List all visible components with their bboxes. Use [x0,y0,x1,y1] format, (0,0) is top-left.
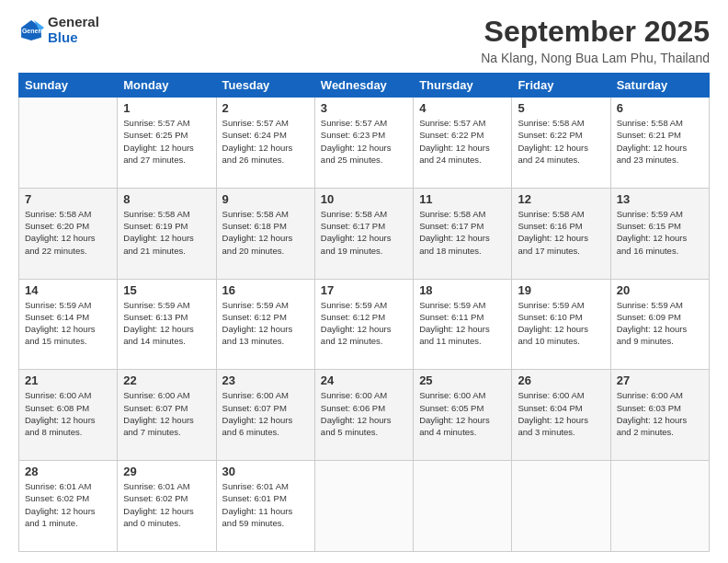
calendar-cell: 3Sunrise: 5:57 AM Sunset: 6:23 PM Daylig… [314,98,413,189]
day-info: Sunrise: 5:59 AM Sunset: 6:12 PM Dayligh… [321,299,407,348]
calendar-cell: 27Sunrise: 6:00 AM Sunset: 6:03 PM Dayli… [610,370,709,461]
day-info: Sunrise: 6:01 AM Sunset: 6:02 PM Dayligh… [123,480,210,529]
page: General General Blue September 2025 Na K… [0,0,728,563]
calendar-week-row-3: 21Sunrise: 6:00 AM Sunset: 6:08 PM Dayli… [19,370,710,461]
calendar-week-row-0: 1Sunrise: 5:57 AM Sunset: 6:25 PM Daylig… [19,98,710,189]
day-number: 8 [123,192,210,206]
day-info: Sunrise: 5:59 AM Sunset: 6:11 PM Dayligh… [419,299,506,348]
day-number: 11 [419,192,506,206]
day-info: Sunrise: 6:00 AM Sunset: 6:04 PM Dayligh… [518,389,604,438]
calendar-cell: 10Sunrise: 5:58 AM Sunset: 6:17 PM Dayli… [314,188,413,279]
calendar-cell: 11Sunrise: 5:58 AM Sunset: 6:17 PM Dayli… [414,188,512,279]
day-info: Sunrise: 5:58 AM Sunset: 6:17 PM Dayligh… [419,208,506,257]
day-info: Sunrise: 6:00 AM Sunset: 6:05 PM Dayligh… [419,389,506,438]
day-info: Sunrise: 5:58 AM Sunset: 6:21 PM Dayligh… [617,117,703,166]
calendar-cell: 17Sunrise: 5:59 AM Sunset: 6:12 PM Dayli… [314,279,413,370]
day-number: 30 [222,465,309,478]
title-area: September 2025 Na Klang, Nong Bua Lam Ph… [481,15,710,65]
calendar-cell: 25Sunrise: 6:00 AM Sunset: 6:05 PM Dayli… [414,370,512,461]
day-number: 9 [222,192,309,206]
day-number: 3 [321,101,407,115]
day-info: Sunrise: 5:58 AM Sunset: 6:17 PM Dayligh… [321,208,407,257]
calendar-cell: 19Sunrise: 5:59 AM Sunset: 6:10 PM Dayli… [512,279,610,370]
day-number: 28 [25,465,111,478]
calendar-cell: 12Sunrise: 5:58 AM Sunset: 6:16 PM Dayli… [512,188,610,279]
calendar-week-row-1: 7Sunrise: 5:58 AM Sunset: 6:20 PM Daylig… [19,188,710,279]
col-saturday: Saturday [610,74,709,98]
day-info: Sunrise: 5:57 AM Sunset: 6:22 PM Dayligh… [419,117,506,166]
day-number: 26 [518,373,604,387]
col-friday: Friday [512,74,610,98]
day-number: 7 [25,192,111,206]
day-number: 5 [518,101,604,115]
logo-text: General Blue [48,15,99,45]
day-info: Sunrise: 5:58 AM Sunset: 6:22 PM Dayligh… [518,117,604,166]
day-info: Sunrise: 5:57 AM Sunset: 6:24 PM Dayligh… [222,117,309,166]
calendar-cell: 13Sunrise: 5:59 AM Sunset: 6:15 PM Dayli… [610,188,709,279]
calendar-cell: 30Sunrise: 6:01 AM Sunset: 6:01 PM Dayli… [216,461,314,552]
calendar-cell [19,98,118,189]
calendar-cell: 29Sunrise: 6:01 AM Sunset: 6:02 PM Dayli… [118,461,216,552]
day-info: Sunrise: 5:58 AM Sunset: 6:18 PM Dayligh… [222,208,309,257]
day-info: Sunrise: 5:59 AM Sunset: 6:09 PM Dayligh… [617,299,703,348]
day-number: 15 [123,283,210,297]
day-number: 25 [419,373,506,387]
calendar-cell [610,461,709,552]
header: General General Blue September 2025 Na K… [18,15,710,65]
day-number: 19 [518,283,604,297]
day-number: 2 [222,101,309,115]
day-info: Sunrise: 6:00 AM Sunset: 6:03 PM Dayligh… [617,389,703,438]
calendar-cell: 16Sunrise: 5:59 AM Sunset: 6:12 PM Dayli… [216,279,314,370]
day-info: Sunrise: 5:57 AM Sunset: 6:25 PM Dayligh… [123,117,210,166]
calendar-cell: 22Sunrise: 6:00 AM Sunset: 6:07 PM Dayli… [118,370,216,461]
day-number: 1 [123,101,210,115]
calendar-cell: 14Sunrise: 5:59 AM Sunset: 6:14 PM Dayli… [19,279,118,370]
day-number: 16 [222,283,309,297]
day-number: 17 [321,283,407,297]
calendar-cell: 9Sunrise: 5:58 AM Sunset: 6:18 PM Daylig… [216,188,314,279]
calendar-header-row: Sunday Monday Tuesday Wednesday Thursday… [19,74,710,98]
calendar-cell: 28Sunrise: 6:01 AM Sunset: 6:02 PM Dayli… [19,461,118,552]
day-number: 4 [419,101,506,115]
month-title: September 2025 [481,15,710,49]
calendar-cell: 2Sunrise: 5:57 AM Sunset: 6:24 PM Daylig… [216,98,314,189]
calendar-cell: 20Sunrise: 5:59 AM Sunset: 6:09 PM Dayli… [610,279,709,370]
logo-icon: General [18,17,44,43]
day-number: 22 [123,373,210,387]
day-info: Sunrise: 5:58 AM Sunset: 6:20 PM Dayligh… [25,208,111,257]
day-number: 23 [222,373,309,387]
day-info: Sunrise: 6:00 AM Sunset: 6:07 PM Dayligh… [222,389,309,438]
day-number: 24 [321,373,407,387]
calendar-cell: 18Sunrise: 5:59 AM Sunset: 6:11 PM Dayli… [414,279,512,370]
day-info: Sunrise: 5:59 AM Sunset: 6:10 PM Dayligh… [518,299,604,348]
calendar-cell: 21Sunrise: 6:00 AM Sunset: 6:08 PM Dayli… [19,370,118,461]
calendar-cell: 8Sunrise: 5:58 AM Sunset: 6:19 PM Daylig… [118,188,216,279]
col-tuesday: Tuesday [216,74,314,98]
day-info: Sunrise: 5:58 AM Sunset: 6:16 PM Dayligh… [518,208,604,257]
day-number: 18 [419,283,506,297]
calendar-cell [414,461,512,552]
day-number: 21 [25,373,111,387]
day-info: Sunrise: 6:01 AM Sunset: 6:02 PM Dayligh… [25,480,111,529]
day-number: 20 [617,283,703,297]
day-number: 12 [518,192,604,206]
day-info: Sunrise: 5:57 AM Sunset: 6:23 PM Dayligh… [321,117,407,166]
day-info: Sunrise: 5:58 AM Sunset: 6:19 PM Dayligh… [123,208,210,257]
col-wednesday: Wednesday [314,74,413,98]
day-number: 6 [617,101,703,115]
day-number: 29 [123,465,210,478]
calendar-cell: 6Sunrise: 5:58 AM Sunset: 6:21 PM Daylig… [610,98,709,189]
calendar-cell [314,461,413,552]
col-monday: Monday [118,74,216,98]
calendar-cell: 1Sunrise: 5:57 AM Sunset: 6:25 PM Daylig… [118,98,216,189]
day-number: 13 [617,192,703,206]
calendar-cell: 23Sunrise: 6:00 AM Sunset: 6:07 PM Dayli… [216,370,314,461]
calendar-cell: 26Sunrise: 6:00 AM Sunset: 6:04 PM Dayli… [512,370,610,461]
day-info: Sunrise: 6:00 AM Sunset: 6:06 PM Dayligh… [321,389,407,438]
col-thursday: Thursday [414,74,512,98]
calendar-table: Sunday Monday Tuesday Wednesday Thursday… [18,73,710,552]
day-number: 27 [617,373,703,387]
calendar-week-row-2: 14Sunrise: 5:59 AM Sunset: 6:14 PM Dayli… [19,279,710,370]
day-info: Sunrise: 6:00 AM Sunset: 6:07 PM Dayligh… [123,389,210,438]
calendar-cell: 4Sunrise: 5:57 AM Sunset: 6:22 PM Daylig… [414,98,512,189]
